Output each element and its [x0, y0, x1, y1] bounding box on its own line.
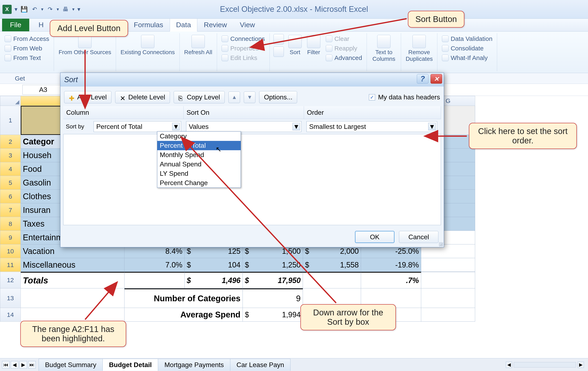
row-header[interactable]: 1: [0, 106, 21, 135]
copy-level-button[interactable]: ⎘Copy Level: [174, 91, 225, 103]
sheet-tab[interactable]: Budget Detail: [103, 359, 158, 371]
qat-custom-dropdown-icon[interactable]: ▾: [77, 6, 80, 13]
row-header[interactable]: 5: [0, 176, 21, 190]
connections-button[interactable]: Connections: [221, 34, 266, 43]
print-dropdown-icon[interactable]: ▾: [72, 7, 74, 12]
refresh-all-button[interactable]: Refresh All: [183, 34, 213, 56]
from-web-button[interactable]: From Web: [4, 43, 50, 53]
cell[interactable]: [421, 288, 475, 308]
move-up-button[interactable]: ▲: [229, 92, 240, 103]
existing-connections-button[interactable]: Existing Connections: [120, 34, 176, 56]
cell[interactable]: [421, 258, 475, 272]
save-icon[interactable]: 💾: [20, 6, 28, 13]
sortby-dropdown-arrow[interactable]: ▼: [172, 123, 180, 130]
resize-grip[interactable]: [439, 242, 443, 246]
sorton-combo[interactable]: Values ▼: [186, 121, 302, 132]
row-header[interactable]: 11: [0, 258, 21, 272]
select-all-corner[interactable]: [0, 96, 21, 106]
headers-checkbox-wrap[interactable]: ✓ My data has headers: [369, 93, 440, 101]
dropdown-item[interactable]: Monthly Spend: [157, 150, 241, 159]
row-header[interactable]: 14: [0, 308, 21, 322]
sheet-nav-next[interactable]: ▶: [20, 361, 27, 369]
cell[interactable]: $1,250: [243, 258, 303, 272]
delete-level-button[interactable]: ✕Delete Level: [115, 91, 170, 103]
cell[interactable]: $104: [185, 258, 243, 272]
row-header[interactable]: 10: [0, 244, 21, 258]
sheet-tab[interactable]: Car Lease Payn: [230, 359, 291, 371]
cell[interactable]: [421, 272, 475, 288]
sorton-dropdown-arrow[interactable]: ▼: [293, 123, 300, 130]
help-button[interactable]: ?: [417, 74, 429, 84]
remove-duplicates-button[interactable]: Remove Duplicates: [405, 34, 433, 63]
row-header[interactable]: 3: [0, 148, 21, 162]
tab-data[interactable]: Data: [170, 18, 198, 32]
sort-desc-icon[interactable]: [273, 46, 284, 57]
cell[interactable]: 9: [243, 288, 303, 308]
print-icon[interactable]: 🖶: [62, 6, 69, 13]
row-header[interactable]: 6: [0, 190, 21, 203]
name-box[interactable]: A3: [22, 85, 64, 95]
tab-home[interactable]: H: [32, 18, 50, 31]
row-header[interactable]: 7: [0, 203, 21, 217]
row-header[interactable]: 2: [0, 135, 21, 148]
sheet-nav-first[interactable]: ⏮: [2, 361, 10, 369]
undo-icon[interactable]: ↶: [31, 6, 38, 13]
cell[interactable]: $17,950: [243, 272, 303, 288]
consolidate-button[interactable]: Consolidate: [441, 43, 493, 53]
cell[interactable]: Totals: [21, 272, 125, 288]
close-button[interactable]: ✕: [430, 74, 442, 84]
redo-dropdown-icon[interactable]: ▾: [57, 7, 59, 12]
what-if-button[interactable]: What-If Analy: [441, 53, 493, 63]
headers-checkbox[interactable]: ✓: [369, 94, 375, 100]
tab-formulas[interactable]: Formulas: [127, 18, 170, 31]
sort-button[interactable]: Sort: [288, 34, 303, 56]
cell[interactable]: [21, 288, 125, 308]
from-access-button[interactable]: From Access: [4, 34, 50, 43]
cell[interactable]: [303, 272, 361, 288]
row-header[interactable]: 12: [0, 272, 21, 288]
undo-dropdown-icon[interactable]: ▾: [41, 7, 43, 12]
hscroll-track[interactable]: [514, 362, 576, 368]
cell[interactable]: Miscellaneous: [21, 258, 125, 272]
row-header[interactable]: 4: [0, 162, 21, 176]
advanced-button[interactable]: Advanced: [325, 53, 363, 63]
cell[interactable]: Average Spend: [125, 308, 243, 322]
row-header[interactable]: 8: [0, 217, 21, 231]
order-dropdown-arrow[interactable]: ▼: [428, 123, 436, 130]
cell[interactable]: .7%: [361, 272, 421, 288]
sheet-nav-prev[interactable]: ◀: [11, 361, 18, 369]
row-header[interactable]: 13: [0, 288, 21, 308]
add-level-button[interactable]: ✚Add Level: [64, 91, 111, 103]
excel-icon[interactable]: X: [2, 5, 12, 14]
dropdown-item[interactable]: Percent of Total: [157, 141, 241, 150]
cell[interactable]: $1,994: [243, 308, 303, 322]
dropdown-item[interactable]: Percent Change: [157, 178, 241, 188]
sort-asc-icon[interactable]: [273, 34, 284, 44]
sheet-nav-last[interactable]: ⏭: [28, 361, 36, 369]
filter-button[interactable]: Filter: [306, 34, 321, 56]
data-validation-button[interactable]: Data Validation: [441, 34, 493, 43]
cell[interactable]: 7.0%: [125, 258, 185, 272]
sortby-dropdown-list[interactable]: Category Percent of Total Monthly Spend …: [157, 131, 241, 188]
cell[interactable]: [421, 308, 475, 322]
cell[interactable]: -19.8%: [361, 258, 421, 272]
options-button[interactable]: Options...: [259, 91, 297, 103]
hscroll-left[interactable]: ◀: [506, 362, 512, 368]
redo-icon[interactable]: ↷: [46, 6, 54, 13]
order-combo[interactable]: Smallest to Largest ▼: [306, 121, 437, 132]
tab-review[interactable]: Review: [197, 18, 233, 31]
cell[interactable]: $1,558: [303, 258, 361, 272]
ok-button[interactable]: OK: [355, 231, 394, 243]
dropdown-item[interactable]: LY Spend: [157, 169, 241, 178]
file-tab[interactable]: File: [2, 18, 29, 31]
cell[interactable]: [21, 308, 125, 322]
hscroll-right[interactable]: ▶: [578, 362, 584, 368]
cell[interactable]: Number of Categories: [125, 288, 243, 308]
row-header[interactable]: 9: [0, 231, 21, 244]
from-text-button[interactable]: From Text: [4, 53, 50, 63]
sheet-tab[interactable]: Budget Summary: [39, 359, 103, 371]
dropdown-item[interactable]: Category: [157, 132, 241, 141]
qat-dropdown-icon[interactable]: ▾: [14, 6, 17, 13]
text-to-columns-button[interactable]: Text to Columns: [371, 34, 397, 63]
from-other-sources-button[interactable]: From Other Sources: [58, 34, 112, 56]
